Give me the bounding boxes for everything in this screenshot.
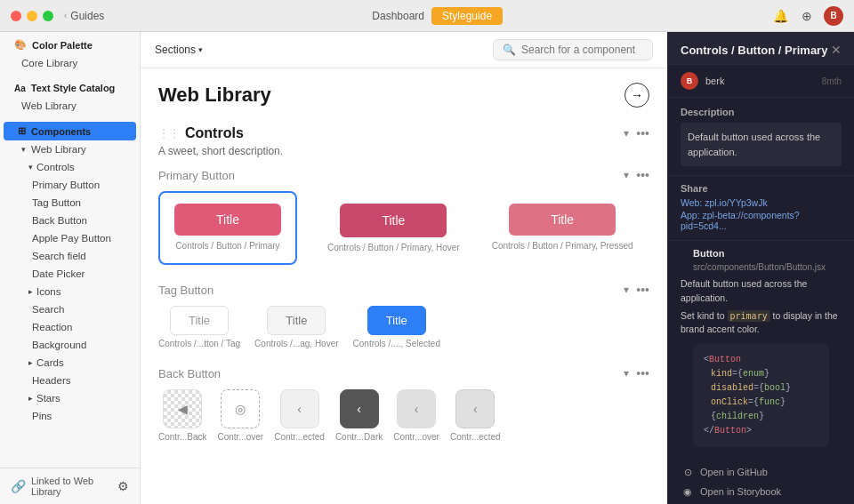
back-btn-default[interactable]: ‹: [280, 389, 319, 428]
back-btn-gray-preview[interactable]: ‹ Contr...over: [393, 389, 439, 442]
share-app-item: App: zpl-beta://components?pid=5cd4...: [681, 210, 842, 231]
sidebar-item-background[interactable]: Background: [0, 336, 140, 354]
tag-more-icon[interactable]: •••: [636, 283, 649, 297]
sidebar-item-text-style[interactable]: Aa Text Style Catalog: [0, 79, 140, 97]
sidebar-item-back-button[interactable]: Back Button: [0, 212, 140, 229]
main-content: Sections ▾ 🔍 Web Library → ⋮⋮ Controls ▾…: [141, 32, 667, 504]
code-desc2: Set kind to primary to display in the br…: [681, 309, 842, 338]
primary-dropdown-icon[interactable]: ▾: [624, 169, 629, 181]
sidebar-section-components: ⊞ Components ▾ Web Library ▾ Controls Pr…: [0, 118, 140, 428]
github-label: Open in GitHub: [700, 467, 768, 477]
sidebar-item-search-sub[interactable]: Search: [0, 300, 140, 318]
sidebar-footer[interactable]: 🔗 Linked to Web Library ⚙: [0, 468, 140, 504]
sidebar-item-primary-button[interactable]: Primary Button: [0, 176, 140, 194]
sidebar-item-controls[interactable]: ▾ Controls: [0, 158, 140, 176]
fullscreen-traffic-light[interactable]: [43, 11, 53, 21]
sidebar-item-headers[interactable]: Headers: [0, 372, 140, 389]
sidebar-item-web-library[interactable]: ▾ Web Library: [0, 140, 140, 158]
panel-close-button[interactable]: ✕: [831, 43, 842, 57]
help-icon[interactable]: ⊕: [797, 6, 817, 26]
sidebar-item-tag-button[interactable]: Tag Button: [0, 194, 140, 212]
storybook-icon: ◉: [681, 484, 695, 499]
sidebar-item-apple-pay[interactable]: Apple Pay Button: [0, 229, 140, 247]
sidebar-item-components[interactable]: ⊞ Components: [4, 122, 136, 140]
settings-icon[interactable]: ⚙: [117, 479, 129, 493]
back-arrow-icon: ‹: [64, 11, 67, 20]
sidebar-item-date-picker[interactable]: Date Picker: [0, 265, 140, 283]
back-btn-default-preview[interactable]: ‹ Contr...ected: [274, 389, 325, 442]
chevron-right-icon-cards: ▸: [28, 358, 33, 367]
back-dropdown-icon[interactable]: ▾: [624, 367, 629, 380]
back-button-subsection: Back Button ▾ ••• ◀ Contr...Back ◎ Contr…: [158, 366, 649, 442]
tag-button-default-preview[interactable]: Title Controls /...tton / Tag: [158, 306, 240, 348]
github-link[interactable]: ⊙ Open in GitHub: [681, 465, 842, 479]
back-more-icon[interactable]: •••: [636, 366, 649, 380]
tag-button-default[interactable]: Title: [170, 306, 229, 335]
primary-button-title: Primary Button: [158, 169, 235, 182]
library-arrow-button[interactable]: →: [624, 83, 649, 108]
back-btn-dark-label: Contr...Dark: [335, 432, 383, 442]
search-box[interactable]: 🔍: [493, 39, 653, 60]
bell-icon[interactable]: 🔔: [770, 6, 790, 26]
guides-nav[interactable]: ‹ Guides: [64, 10, 104, 22]
back-btn-gray2[interactable]: ‹: [455, 389, 495, 428]
primary-button-default-preview[interactable]: Title Controls / Button / Primary: [158, 191, 297, 265]
description-title: Description: [681, 107, 842, 117]
sidebar-item-reaction[interactable]: Reaction: [0, 318, 140, 336]
sidebar-item-search-field[interactable]: Search field: [0, 247, 140, 265]
tag-button-hover[interactable]: Title: [267, 306, 326, 335]
sidebar-item-color-palette[interactable]: 🎨 Color Palette: [0, 36, 140, 54]
share-web-value[interactable]: zpl.io/YYp3wJk: [705, 197, 767, 208]
tab-dashboard[interactable]: Dashboard: [372, 10, 424, 22]
web-library-sub-label: Web Library: [31, 144, 86, 155]
pins-label: Pins: [32, 411, 52, 421]
primary-button-hover[interactable]: Title: [340, 204, 447, 237]
footer-label: Linked to Web Library: [31, 476, 112, 497]
sidebar-item-stars[interactable]: ▸ Stars: [0, 389, 140, 407]
back-btn-gray2-preview[interactable]: ‹ Contr...ected: [450, 389, 501, 442]
headers-label: Headers: [32, 375, 70, 386]
tag-button-subsection: Tag Button ▾ ••• Title Controls /...tton…: [158, 283, 649, 348]
tag-dropdown-icon[interactable]: ▾: [624, 284, 629, 296]
back-btn-target-preview[interactable]: ◎ Contr...over: [217, 389, 263, 442]
primary-button-hover-preview[interactable]: Title Controls / Button / Primary, Hover: [311, 191, 476, 265]
search-field-label: Search field: [32, 251, 86, 261]
primary-button-pressed-preview[interactable]: Title Controls / Button / Primary, Press…: [476, 191, 649, 265]
back-btn-checkered-preview[interactable]: ◀ Contr...Back: [158, 389, 206, 442]
tab-styleguide[interactable]: Styleguide: [431, 7, 503, 25]
sidebar-item-icons[interactable]: ▸ Icons: [0, 283, 140, 300]
tag-button-selected-preview[interactable]: Title Controls /...., Selected: [353, 306, 440, 348]
search-input[interactable]: [521, 44, 643, 56]
content-header: Sections ▾ 🔍: [141, 32, 667, 68]
back-btn-target[interactable]: ◎: [221, 389, 260, 428]
background-label: Background: [32, 340, 86, 350]
back-btn-dark[interactable]: ‹: [340, 389, 379, 428]
tag-button-selected[interactable]: Title: [367, 306, 426, 335]
drag-handle-icon[interactable]: ⋮⋮: [158, 127, 180, 140]
code-desc1: Default button used across the applicati…: [681, 277, 842, 306]
tag-button-title: Tag Button: [158, 284, 214, 297]
back-btn-dark-preview[interactable]: ‹ Contr...Dark: [335, 389, 383, 442]
primary-more-icon[interactable]: •••: [636, 168, 649, 182]
minimize-traffic-light[interactable]: [27, 11, 37, 21]
controls-dropdown-icon[interactable]: ▾: [624, 127, 629, 140]
link-icon: 🔗: [11, 479, 26, 493]
sidebar-item-core-library[interactable]: Core Library: [0, 54, 140, 72]
tag-button-hover-preview[interactable]: Title Controls /...ag, Hover: [254, 306, 338, 348]
library-title: Web Library: [158, 84, 271, 107]
sidebar-item-web-library-text[interactable]: Web Library: [0, 97, 140, 115]
sidebar-item-pins[interactable]: Pins: [0, 407, 140, 425]
controls-more-icon[interactable]: •••: [636, 126, 649, 140]
back-button-row: ◀ Contr...Back ◎ Contr...over ‹ Contr...…: [158, 389, 649, 442]
sidebar-item-cards[interactable]: ▸ Cards: [0, 354, 140, 372]
back-btn-checkered[interactable]: ◀: [163, 389, 202, 428]
traffic-lights: [11, 11, 53, 21]
primary-button-pressed[interactable]: Title: [509, 204, 616, 236]
avatar[interactable]: B: [824, 6, 843, 26]
storybook-link[interactable]: ◉ Open in Storybook: [681, 484, 842, 499]
primary-button-default[interactable]: Title: [174, 204, 281, 236]
search-sub-label: Search: [32, 304, 64, 315]
sections-button[interactable]: Sections ▾: [155, 44, 203, 56]
close-traffic-light[interactable]: [11, 11, 21, 21]
back-btn-gray[interactable]: ‹: [397, 389, 436, 428]
